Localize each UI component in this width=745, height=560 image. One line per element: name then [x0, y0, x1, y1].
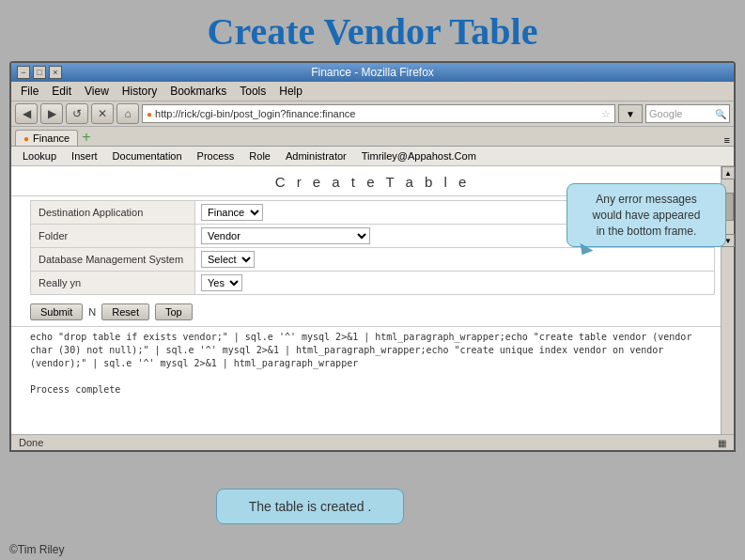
- address-text: http://rick/cgi-bin/post_login?finance:f…: [155, 108, 355, 119]
- select-folder[interactable]: Vendor: [201, 227, 370, 244]
- browser-toolbar: ◀ ▶ ↺ ✕ ⌂ ● http://rick/cgi-bin/post_log…: [11, 101, 734, 127]
- menu-bookmarks[interactable]: Bookmarks: [164, 84, 232, 99]
- bottom-callout-text: The table is created .: [249, 499, 372, 514]
- search-glass-icon: 🔍: [715, 109, 726, 119]
- value-dbms: Select: [195, 248, 260, 271]
- browser-window: − □ × Finance - Mozilla Firefox File Edi…: [9, 61, 736, 452]
- app-user-email[interactable]: Timriley@Appahost.Com: [354, 148, 484, 163]
- menu-file[interactable]: File: [15, 84, 44, 99]
- app-insert[interactable]: Insert: [64, 148, 105, 163]
- status-bar: Done ▦: [11, 434, 734, 450]
- value-really: Yes: [195, 272, 248, 294]
- menu-tools[interactable]: Tools: [234, 84, 272, 99]
- address-bar[interactable]: ● http://rick/cgi-bin/post_login?finance…: [142, 104, 615, 123]
- menu-view[interactable]: View: [79, 84, 115, 99]
- app-documentation[interactable]: Documentation: [105, 148, 190, 163]
- label-destination: Destination Application: [31, 201, 195, 224]
- bottom-callout: The table is created .: [216, 489, 404, 524]
- value-destination: Finance: [195, 201, 269, 224]
- forward-icon: ▶: [48, 107, 56, 120]
- label-folder: Folder: [31, 225, 195, 247]
- search-bar[interactable]: Google 🔍: [645, 104, 730, 123]
- new-tab-button[interactable]: +: [78, 129, 94, 146]
- back-icon: ◀: [23, 107, 31, 120]
- menu-bar: File Edit View History Bookmarks Tools H…: [11, 82, 734, 101]
- app-toolbar: Lookup Insert Documentation Process Role…: [11, 147, 734, 166]
- status-text: Done: [19, 437, 43, 448]
- tab-menu-button[interactable]: ≡: [724, 134, 730, 146]
- stop-button[interactable]: ✕: [91, 103, 114, 124]
- address-star-icon: ☆: [601, 108, 611, 120]
- submit-button[interactable]: Submit: [30, 303, 83, 320]
- menu-history[interactable]: History: [116, 84, 163, 99]
- window-title: Finance - Mozilla Firefox: [73, 66, 672, 79]
- form-row-dbms: Database Management System Select: [30, 247, 715, 272]
- window-maximize[interactable]: □: [33, 66, 46, 79]
- value-folder: Vendor: [195, 225, 376, 247]
- back-button[interactable]: ◀: [15, 103, 38, 124]
- scroll-up-button[interactable]: ▲: [722, 166, 735, 179]
- output-area: echo "drop table if exists vendor;" | sq…: [11, 326, 734, 382]
- top-right-callout: Any error messageswould have appearedin …: [567, 183, 726, 247]
- process-complete: Process complete: [11, 382, 734, 397]
- search-icon-btn[interactable]: ▼: [618, 104, 643, 123]
- select-dbms[interactable]: Select: [201, 251, 255, 268]
- reset-button[interactable]: Reset: [101, 303, 149, 320]
- forward-button[interactable]: ▶: [40, 103, 63, 124]
- refresh-button[interactable]: ↺: [66, 103, 88, 124]
- select-destination[interactable]: Finance: [201, 204, 263, 221]
- tab-favicon: ●: [23, 133, 29, 144]
- slide-title: Create Vendor Table: [0, 0, 745, 61]
- copyright: ©Tim Riley: [9, 543, 64, 556]
- label-dbms: Database Management System: [31, 248, 195, 271]
- window-minimize[interactable]: −: [17, 66, 30, 79]
- status-icon[interactable]: ▦: [718, 438, 726, 448]
- search-placeholder: Google: [649, 108, 682, 119]
- search-arrow-icon: ▼: [626, 109, 635, 119]
- stop-icon: ✕: [98, 107, 107, 120]
- label-really: Really yn: [31, 272, 195, 294]
- home-icon: ⌂: [124, 107, 131, 120]
- home-button[interactable]: ⌂: [116, 103, 139, 124]
- menu-edit[interactable]: Edit: [46, 84, 77, 99]
- refresh-icon: ↺: [72, 107, 82, 120]
- form-row-really: Really yn Yes: [30, 271, 715, 295]
- form-buttons: Submit N Reset Top: [11, 298, 734, 326]
- window-close[interactable]: ×: [49, 66, 62, 79]
- output-spacer: [11, 397, 734, 434]
- tab-label: Finance: [33, 132, 70, 144]
- app-process[interactable]: Process: [190, 148, 242, 163]
- browser-tab[interactable]: ● Finance: [15, 130, 78, 146]
- select-really[interactable]: Yes: [201, 274, 242, 291]
- cursor-indicator: N: [88, 306, 96, 318]
- top-right-callout-text: Any error messageswould have appearedin …: [593, 193, 701, 238]
- menu-help[interactable]: Help: [273, 84, 308, 99]
- app-role[interactable]: Role: [241, 148, 278, 163]
- address-icon: ●: [147, 109, 152, 119]
- tab-bar: ● Finance + ≡: [11, 127, 734, 147]
- output-text: echo "drop table if exists vendor;" | sq…: [30, 332, 691, 368]
- top-button[interactable]: Top: [155, 303, 193, 320]
- app-administrator[interactable]: Administrator: [278, 148, 354, 163]
- title-bar: − □ × Finance - Mozilla Firefox: [11, 63, 734, 82]
- app-lookup[interactable]: Lookup: [15, 148, 64, 163]
